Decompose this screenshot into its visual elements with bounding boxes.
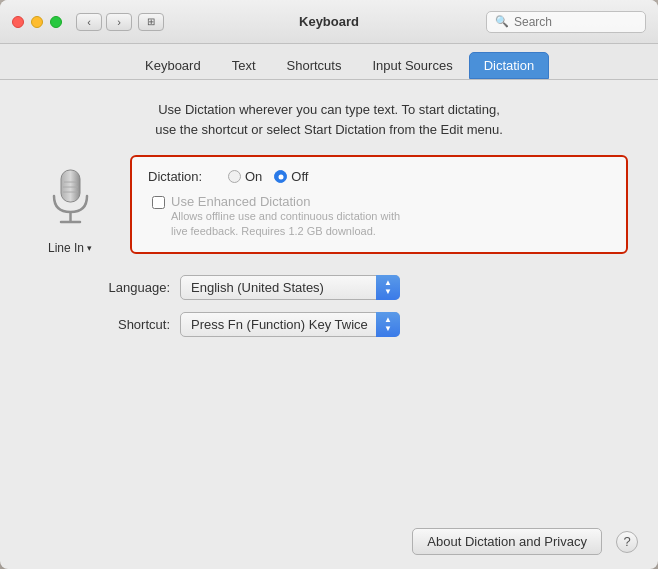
- dictation-toggle-row: Dictation: On Off: [148, 169, 610, 184]
- radio-on-input[interactable]: [228, 170, 241, 183]
- traffic-lights: [12, 16, 62, 28]
- dictation-settings-box: Dictation: On Off: [130, 155, 628, 254]
- main-window: ‹ › ⊞ Keyboard 🔍 Keyboard Text Shortcuts…: [0, 0, 658, 569]
- language-select-wrapper: English (United States) ▲▼: [180, 275, 400, 300]
- language-label: Language:: [90, 280, 170, 295]
- search-box[interactable]: 🔍: [486, 11, 646, 33]
- radio-off-input[interactable]: [274, 170, 287, 183]
- tab-dictation[interactable]: Dictation: [469, 52, 550, 79]
- minimize-button[interactable]: [31, 16, 43, 28]
- bottom-bar: About Dictation and Privacy ?: [0, 518, 658, 569]
- svg-rect-0: [61, 170, 80, 202]
- tab-shortcuts[interactable]: Shortcuts: [272, 52, 357, 79]
- about-dictation-button[interactable]: About Dictation and Privacy: [412, 528, 602, 555]
- line-in-selector[interactable]: Line In ▾: [48, 241, 92, 255]
- language-select[interactable]: English (United States): [180, 275, 400, 300]
- radio-on-label: On: [245, 169, 262, 184]
- grid-button[interactable]: ⊞: [138, 13, 164, 31]
- language-row: Language: English (United States) ▲▼: [90, 275, 628, 300]
- dictation-field-label: Dictation:: [148, 169, 218, 184]
- dictation-radio-group: On Off: [228, 169, 308, 184]
- enhanced-dictation-checkbox[interactable]: [152, 196, 165, 209]
- microphone-icon: [44, 165, 96, 235]
- search-icon: 🔍: [495, 15, 509, 28]
- shortcut-select-wrapper: Press Fn (Function) Key Twice ▲▼: [180, 312, 400, 337]
- search-input[interactable]: [514, 15, 637, 29]
- tab-keyboard[interactable]: Keyboard: [130, 52, 216, 79]
- nav-buttons: ‹ ›: [76, 13, 132, 31]
- line-in-text: Line In: [48, 241, 84, 255]
- content-area: Use Dictation wherever you can type text…: [0, 80, 658, 518]
- radio-on-option[interactable]: On: [228, 169, 262, 184]
- titlebar: ‹ › ⊞ Keyboard 🔍: [0, 0, 658, 44]
- radio-off-option[interactable]: Off: [274, 169, 308, 184]
- enhanced-desc: Allows offline use and continuous dictat…: [171, 209, 411, 240]
- tab-bar: Keyboard Text Shortcuts Input Sources Di…: [0, 44, 658, 80]
- enhanced-text-area: Use Enhanced Dictation Allows offline us…: [171, 194, 411, 240]
- back-button[interactable]: ‹: [76, 13, 102, 31]
- desc-line1: Use Dictation wherever you can type text…: [30, 100, 628, 120]
- window-title: Keyboard: [299, 14, 359, 29]
- shortcut-row: Shortcut: Press Fn (Function) Key Twice …: [90, 312, 628, 337]
- settings-section: Language: English (United States) ▲▼ Sho…: [30, 275, 628, 337]
- tab-input-sources[interactable]: Input Sources: [357, 52, 467, 79]
- mic-area: Line In ▾: [30, 155, 110, 255]
- forward-button[interactable]: ›: [106, 13, 132, 31]
- chevron-down-icon: ▾: [87, 243, 92, 253]
- main-area: Line In ▾ Dictation: On Off: [30, 155, 628, 255]
- enhanced-dictation-row: Use Enhanced Dictation Allows offline us…: [152, 194, 610, 240]
- shortcut-select[interactable]: Press Fn (Function) Key Twice: [180, 312, 400, 337]
- tab-text[interactable]: Text: [217, 52, 271, 79]
- description-text: Use Dictation wherever you can type text…: [30, 100, 628, 139]
- maximize-button[interactable]: [50, 16, 62, 28]
- help-button[interactable]: ?: [616, 531, 638, 553]
- close-button[interactable]: [12, 16, 24, 28]
- enhanced-title: Use Enhanced Dictation: [171, 194, 411, 209]
- radio-off-label: Off: [291, 169, 308, 184]
- desc-line2: use the shortcut or select Start Dictati…: [30, 120, 628, 140]
- shortcut-label: Shortcut:: [90, 317, 170, 332]
